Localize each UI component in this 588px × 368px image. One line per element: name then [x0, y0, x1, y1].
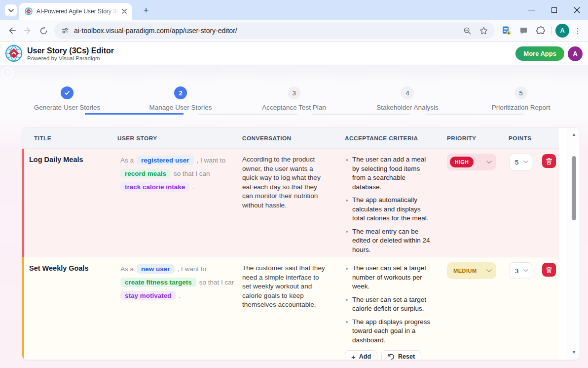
chevron-down-icon: [523, 161, 528, 164]
criterion-item: The user can set a target calorie defici…: [345, 295, 431, 314]
points-value: 5: [515, 159, 518, 166]
story-benefit-chip[interactable]: stay motivated: [120, 291, 176, 300]
user-stories-table: TITLE USER STORY CONVERSATION ACCEPTANCE…: [22, 127, 580, 360]
check-icon: [64, 89, 71, 96]
wizard-stepper: 1 Generate User Stories 2 Manage User St…: [10, 86, 578, 111]
add-button-label: Add: [359, 353, 371, 360]
tab-search-button[interactable]: [5, 4, 17, 16]
story-action-chip[interactable]: create fitness targets: [120, 278, 196, 287]
points-select[interactable]: 5: [510, 154, 532, 170]
page-content: ? 1 Generate User Stories 2 Manage User …: [0, 65, 588, 368]
table-scrollbar[interactable]: ▲ ▼: [567, 128, 580, 360]
maximize-icon: [551, 7, 557, 13]
stepper-connector-done: [85, 113, 184, 115]
priority-select[interactable]: MEDIUM: [447, 262, 496, 279]
conversation-text[interactable]: The customer said that they need a simpl…: [242, 264, 327, 310]
acceptance-criteria-cell: The user can set a target number of work…: [337, 257, 439, 360]
powered-by: Powered by Visual Paradigm: [27, 55, 114, 61]
chevron-down-icon: [486, 161, 492, 164]
story-text: As a: [120, 157, 134, 164]
step-number: 4: [405, 89, 409, 97]
back-arrow-icon: [7, 26, 16, 35]
browser-profile-avatar[interactable]: A: [555, 24, 569, 38]
story-line: track calorie intake.: [120, 182, 231, 193]
maximize-button[interactable]: [543, 0, 565, 20]
close-icon: [574, 7, 580, 13]
story-title[interactable]: Set Weekly Goals: [29, 264, 106, 272]
trash-icon: [546, 158, 552, 165]
story-text: .: [192, 183, 194, 191]
step-prioritization-report[interactable]: 5 Prioritization Report: [464, 86, 578, 111]
scroll-up-icon[interactable]: ▲: [567, 132, 580, 137]
points-select[interactable]: 3: [510, 262, 532, 279]
reset-button-label: Reset: [398, 353, 415, 360]
user-story-cell: As anew user, I want tocreate fitness ta…: [110, 257, 234, 360]
browser-titlebar: AI-Powered Agile User Story 3C +: [0, 0, 588, 20]
chat-extension-icon[interactable]: [515, 23, 531, 39]
conversation-text[interactable]: According to the product owner, the user…: [242, 155, 327, 210]
powered-by-prefix: Powered by: [27, 55, 59, 61]
browser-tab[interactable]: AI-Powered Agile User Story 3C: [19, 3, 132, 20]
extensions-puzzle-icon[interactable]: [532, 23, 548, 39]
add-criterion-button[interactable]: + Add: [345, 350, 377, 360]
reload-button[interactable]: [36, 23, 51, 39]
forward-arrow-icon: [23, 26, 32, 35]
story-line: As aregistered user, I want to: [120, 155, 231, 166]
browser-menu-icon[interactable]: ⋮: [571, 23, 584, 39]
back-button[interactable]: [4, 23, 20, 39]
minimize-button[interactable]: [520, 0, 543, 20]
table-row: Log Daily Meals As aregistered user, I w…: [22, 149, 559, 257]
priority-select[interactable]: HIGH: [447, 154, 496, 170]
toolbar-divider: [551, 26, 552, 35]
story-role-chip[interactable]: new user: [137, 264, 175, 274]
story-role-chip[interactable]: registered user: [137, 156, 194, 165]
story-text: .: [179, 292, 181, 299]
step-stakeholder-analysis[interactable]: 4 Stakeholder Analysis: [351, 86, 464, 111]
table-body: Log Daily Meals As aregistered user, I w…: [22, 149, 559, 360]
scroll-down-icon[interactable]: ▼: [567, 350, 580, 355]
step-acceptance-test-plan[interactable]: 3 Acceptance Test Plan: [237, 86, 351, 111]
help-icon[interactable]: ?: [1, 67, 13, 79]
forward-button[interactable]: [20, 23, 36, 39]
story-line: record mealsso that I can: [120, 168, 231, 179]
story-title[interactable]: Log Daily Meals: [29, 156, 106, 164]
reset-icon: [388, 353, 395, 360]
delete-row-button[interactable]: [542, 263, 556, 277]
story-text: , I want to: [178, 265, 207, 273]
zoom-out-icon[interactable]: [463, 27, 472, 35]
url-bar[interactable]: ai-toolbox.visual-paradigm.com/app/user-…: [54, 22, 495, 39]
translate-extension-icon[interactable]: [499, 23, 514, 39]
more-apps-button[interactable]: More Apps: [515, 46, 564, 61]
points-value: 3: [515, 267, 518, 275]
step-manage-user-stories[interactable]: 2 Manage User Stories: [124, 86, 237, 111]
table-header-row: TITLE USER STORY CONVERSATION ACCEPTANCE…: [22, 128, 559, 149]
story-line: stay motivated.: [120, 290, 231, 301]
visual-paradigm-link[interactable]: Visual Paradigm: [59, 55, 100, 61]
close-button[interactable]: [565, 0, 588, 20]
step-circle: 5: [514, 86, 527, 99]
criterion-item: The app automatically calculates and dis…: [345, 196, 431, 223]
step-generate-user-stories[interactable]: 1 Generate User Stories: [10, 86, 124, 111]
acceptance-criteria-list: The user can add a meal by selecting foo…: [345, 155, 431, 254]
site-info-icon[interactable]: [61, 27, 69, 35]
scrollbar-thumb[interactable]: [572, 156, 576, 220]
criteria-actions: + Add Reset: [345, 350, 431, 360]
tab-title: AI-Powered Agile User Story 3C: [37, 8, 120, 15]
app-user-avatar[interactable]: A: [568, 46, 583, 61]
title-cell: Set Weekly Goals: [24, 257, 110, 360]
story-benefit-chip[interactable]: track calorie intake: [120, 182, 189, 192]
step-label: Generate User Stories: [34, 104, 100, 111]
priority-cell: HIGH: [439, 149, 501, 257]
story-text: , I want to: [197, 157, 226, 164]
browser-window: AI-Powered Agile User Story 3C +: [0, 0, 588, 368]
url-text[interactable]: ai-toolbox.visual-paradigm.com/app/user-…: [74, 27, 455, 35]
app-header-text: User Story (3Cs) Editor Powered by Visua…: [27, 46, 114, 61]
story-action-chip[interactable]: record meals: [120, 169, 171, 178]
reload-icon: [39, 27, 48, 35]
tab-close-icon[interactable]: [120, 7, 128, 16]
new-tab-button[interactable]: +: [140, 4, 152, 17]
bookmark-star-icon[interactable]: [479, 27, 488, 35]
delete-row-button[interactable]: [542, 154, 556, 168]
conversation-cell: According to the product owner, the user…: [234, 149, 337, 257]
reset-criteria-button[interactable]: Reset: [381, 350, 421, 360]
